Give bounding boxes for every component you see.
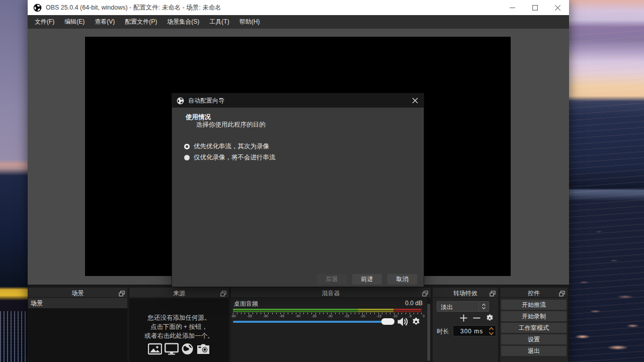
- menu-edit[interactable]: 编辑(E): [59, 15, 90, 29]
- radio-unselected-icon: [184, 155, 190, 160]
- sources-empty-hint: 您还没有添加任何源。 点击下面的 + 按钮， 或者右击此处添加一个。: [129, 313, 229, 340]
- popout-icon[interactable]: [559, 290, 565, 296]
- studio-mode-button[interactable]: 工作室模式: [501, 323, 567, 333]
- sources-panel-header: 来源: [129, 288, 229, 298]
- desktop-wallpaper-left: [0, 0, 28, 362]
- radio-selected-icon: [184, 144, 190, 149]
- spin-down-icon[interactable]: [489, 331, 494, 335]
- display-icon: [165, 343, 179, 355]
- mixer-channel-name: 桌面音频: [234, 300, 258, 308]
- scenes-panel: 场景 场景: [28, 288, 127, 362]
- dock-area: 场景 场景: [28, 285, 569, 362]
- wizard-section-subheading: 选择你使用此程序的目的: [196, 121, 266, 129]
- close-icon: [555, 5, 560, 11]
- settings-button[interactable]: 设置: [501, 334, 567, 344]
- gear-icon: [486, 314, 494, 322]
- duration-spinbox[interactable]: 300 ms: [453, 325, 496, 336]
- desktop-wallpaper-right: [569, 0, 644, 362]
- duration-label: 时长: [437, 327, 449, 336]
- globe-icon: [181, 343, 194, 355]
- controls-panel: 控件 开始推流 开始录制 工作室模式 设置 退出: [500, 288, 568, 362]
- radio-optimize-streaming[interactable]: 优先优化串流，其次为录像: [184, 142, 269, 150]
- wizard-back-button: 后退: [317, 274, 347, 285]
- transition-select-value: 淡出: [441, 303, 453, 312]
- scenes-list: 场景: [28, 298, 127, 362]
- menu-help[interactable]: 帮助(H): [234, 15, 265, 29]
- transitions-panel: 转场特效 淡出: [433, 288, 498, 362]
- duration-value: 300 ms: [460, 328, 483, 335]
- sources-list[interactable]: 您还没有添加任何源。 点击下面的 + 按钮， 或者右击此处添加一个。: [129, 298, 229, 362]
- controls-panel-header: 控件: [500, 288, 568, 298]
- plus-icon: [459, 314, 468, 322]
- mixer-panel-header: 混音器: [231, 288, 431, 298]
- scenes-panel-header: 场景: [28, 288, 127, 298]
- minimize-icon: [510, 5, 515, 11]
- minimize-button[interactable]: [501, 0, 524, 15]
- popout-icon[interactable]: [119, 290, 125, 296]
- minus-icon: [472, 314, 481, 322]
- image-icon: [148, 343, 162, 355]
- popout-icon[interactable]: [422, 290, 428, 296]
- menu-view[interactable]: 查看(V): [90, 15, 120, 29]
- add-transition-button[interactable]: [459, 314, 468, 322]
- obs-logo-icon: [177, 97, 184, 105]
- title-bar: OBS 25.0.4 (64-bit, windows) - 配置文件: 未命名…: [28, 0, 569, 15]
- close-icon: [412, 98, 418, 104]
- sources-empty-icons: [129, 343, 229, 355]
- dialog-title: 自动配置向导: [188, 97, 224, 105]
- scene-list-item[interactable]: 场景: [28, 298, 127, 308]
- sources-panel: 来源 您还没有添加任何源。 点击下面的 + 按钮， 或者右击此处添加一个。: [129, 288, 229, 362]
- maximize-icon: [532, 5, 538, 11]
- menu-profile[interactable]: 配置文件(P): [120, 15, 162, 29]
- meter-tick-labels: -60-55 -50-45 -40-35 -30-25 -20-15 -10-5…: [231, 314, 425, 319]
- transitions-panel-title: 转场特效: [433, 289, 498, 298]
- remove-transition-button[interactable]: [472, 314, 481, 322]
- audio-mixer-panel: 混音器 桌面音频 0.0 dB -60-55 -50-45 -40-35 -30…: [231, 288, 431, 362]
- obs-main-window: OBS 25.0.4 (64-bit, windows) - 配置文件: 未命名…: [28, 0, 569, 362]
- speaker-icon: [397, 316, 409, 327]
- auto-config-wizard-dialog: 自动配置向导 使用情况 选择你使用此程序的目的 优先优化串流，其次为录像 仅优化…: [172, 93, 424, 287]
- dialog-title-bar: 自动配置向导: [172, 94, 424, 108]
- volume-meter: [233, 309, 422, 310]
- chevron-updown-icon: [478, 302, 489, 311]
- window-title: OBS 25.0.4 (64-bit, windows) - 配置文件: 未命名…: [46, 4, 221, 12]
- mute-button[interactable]: [397, 316, 409, 327]
- gear-icon: [411, 317, 421, 327]
- obs-logo-icon: [33, 4, 42, 12]
- start-recording-button[interactable]: 开始录制: [501, 311, 567, 321]
- transition-select[interactable]: 淡出: [437, 301, 489, 312]
- dialog-close-button[interactable]: [411, 96, 420, 105]
- spin-up-icon[interactable]: [489, 327, 494, 331]
- camera-icon: [196, 343, 210, 355]
- menu-scene-collection[interactable]: 场景集合(S): [162, 15, 204, 29]
- scenes-panel-title: 场景: [28, 289, 127, 298]
- menu-bar: 文件(F) 编辑(E) 查看(V) 配置文件(P) 场景集合(S) 工具(T) …: [28, 15, 569, 29]
- mixer-scrollbar-thumb[interactable]: [427, 304, 430, 361]
- wizard-next-button[interactable]: 前进: [352, 274, 382, 285]
- transition-properties-button[interactable]: [486, 314, 494, 322]
- popout-icon[interactable]: [490, 290, 496, 296]
- menu-tools[interactable]: 工具(T): [204, 15, 234, 29]
- maximize-button[interactable]: [524, 0, 546, 15]
- volume-slider[interactable]: [233, 321, 394, 323]
- wizard-cancel-button[interactable]: 取消: [387, 274, 417, 285]
- popout-icon[interactable]: [220, 290, 226, 296]
- mixer-panel-title: 混音器: [231, 289, 431, 298]
- controls-panel-title: 控件: [500, 289, 568, 298]
- mixer-channel-level: 0.0 dB: [405, 300, 423, 307]
- volume-slider-handle[interactable]: [381, 318, 394, 325]
- menu-file[interactable]: 文件(F): [30, 15, 59, 29]
- sources-panel-title: 来源: [129, 289, 229, 298]
- transitions-panel-header: 转场特效: [433, 288, 498, 298]
- exit-button[interactable]: 退出: [501, 346, 567, 356]
- close-button[interactable]: [546, 0, 569, 15]
- mixer-settings-button[interactable]: [411, 317, 421, 327]
- volume-meter: [233, 311, 422, 312]
- start-streaming-button[interactable]: 开始推流: [501, 300, 567, 310]
- radio-optimize-recording[interactable]: 仅优化录像，将不会进行串流: [184, 153, 276, 161]
